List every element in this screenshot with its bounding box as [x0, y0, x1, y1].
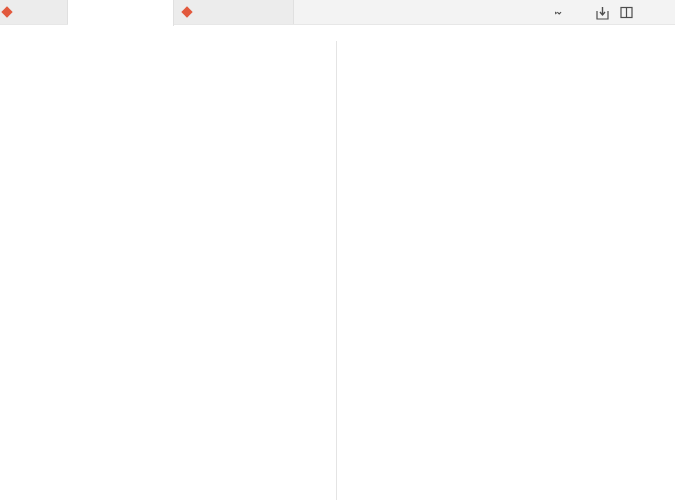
- tab-gitignore-working-tree[interactable]: [174, 0, 294, 24]
- box-arrow-down-icon: [596, 6, 609, 20]
- open-changes-button[interactable]: [595, 5, 610, 20]
- next-change-button[interactable]: [667, 5, 675, 20]
- tab-gitignore[interactable]: [0, 0, 68, 24]
- git-file-icon: [1, 6, 12, 17]
- play-chevron-icon: [555, 6, 562, 20]
- settings-button[interactable]: [571, 5, 586, 20]
- split-editor-button[interactable]: [619, 5, 634, 20]
- git-file-icon: [181, 6, 192, 17]
- tab-main-cc-working-tree[interactable]: [68, 0, 174, 26]
- editor-actions: [555, 0, 675, 25]
- breadcrumb: [0, 25, 675, 41]
- diff-pane-original[interactable]: [0, 41, 336, 500]
- split-editor-icon: [620, 6, 633, 19]
- diff-editor: [0, 41, 675, 500]
- run-or-debug-button[interactable]: [555, 5, 562, 20]
- previous-change-button[interactable]: [643, 5, 658, 20]
- diff-pane-modified[interactable]: [337, 41, 675, 500]
